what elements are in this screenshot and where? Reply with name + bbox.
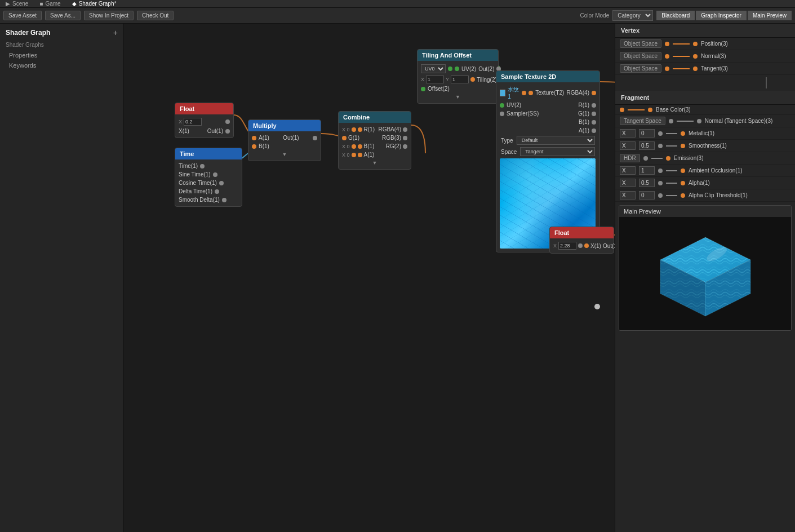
time-header: Time xyxy=(175,148,242,159)
combine-a-port: X 0 A(1) xyxy=(339,150,411,159)
texture-swatch xyxy=(500,90,505,96)
sidebar-add-button[interactable]: + xyxy=(113,28,118,37)
tiling-tiling-dot xyxy=(470,77,475,82)
combine-node: Combine X 0 R(1) RGBA(4) G xyxy=(338,111,411,170)
texture2d-r-dot xyxy=(592,103,596,108)
sidebar-item-properties[interactable]: Properties xyxy=(0,50,123,60)
sidebar-header: Shader Graph + xyxy=(0,24,123,39)
main-preview-panel: Main Preview xyxy=(619,205,792,331)
fragment-alpha-x-input[interactable] xyxy=(620,179,636,187)
cube-svg xyxy=(643,220,767,327)
fragment-smoothness-dot xyxy=(658,144,663,148)
tab-shadergraph[interactable]: ◆ Shader Graph* xyxy=(70,1,119,7)
multiply-port-a: A(1) Out(1) xyxy=(248,134,321,142)
save-as-button[interactable]: Save As... xyxy=(45,11,81,20)
float2-body: X X(1) Out(1) xyxy=(550,238,614,253)
vertex-row-normal: Object Space Normal(3) xyxy=(615,50,795,63)
fragment-metallic-x-input[interactable] xyxy=(620,129,636,138)
float1-value-input[interactable] xyxy=(184,118,202,126)
fragment-emission-out-dot xyxy=(666,156,670,161)
fragment-alphaclip-line xyxy=(666,195,677,196)
multiply-port-b: B(1) xyxy=(248,142,321,150)
fragment-metallic-dot xyxy=(658,131,663,136)
fragment-smoothness-x-input[interactable] xyxy=(620,141,636,150)
tiling-uv-dot xyxy=(448,66,452,71)
multiply-header: Multiply xyxy=(248,120,321,131)
combine-body: X 0 R(1) RGBA(4) G(1) RGB(3) xyxy=(339,123,411,169)
tiling-x-input[interactable] xyxy=(426,76,444,83)
float1-input-row: X xyxy=(175,117,233,127)
fragment-alpha-port: Alpha(1) xyxy=(689,180,710,186)
check-out-button[interactable]: Check Out xyxy=(137,11,174,20)
texture2d-a-port: A(1) xyxy=(496,126,599,135)
tab-bar: ▶ Scene ■ Game ◆ Shader Graph* xyxy=(0,0,795,8)
multiply-in-b-dot xyxy=(252,144,256,149)
multiply-body: A(1) Out(1) B(1) ▼ xyxy=(248,131,321,161)
vertex-position-line xyxy=(673,43,690,45)
vertex-fragment-connector xyxy=(766,77,767,88)
texture2d-uv-dot xyxy=(500,103,504,108)
texture2d-texture-label: 水纹1 Texture(T2) RGBA(4) xyxy=(496,85,599,101)
fragment-basecolor-line xyxy=(628,109,645,110)
texture2d-space-select[interactable]: TangentObjectWorld xyxy=(520,147,595,156)
fragment-emission-port: Emission(3) xyxy=(674,155,704,161)
fragment-normal-dot xyxy=(669,119,673,123)
texture2d-texture-dot xyxy=(528,91,533,95)
texture2d-uv-port: UV(2) R(1) xyxy=(496,101,599,109)
texture2d-a-dot xyxy=(592,128,596,133)
fragment-row-emission: HDR Emission(3) xyxy=(615,152,795,165)
fragment-metallic-value-input[interactable] xyxy=(639,129,655,138)
color-mode-select[interactable]: Category Precision xyxy=(612,10,653,21)
tab-game[interactable]: ■ Game xyxy=(37,1,63,7)
fragment-ao-dot xyxy=(658,169,663,173)
fragment-alphaclip-x-input[interactable] xyxy=(620,191,636,200)
main-preview-tab[interactable]: Main Preview xyxy=(748,11,792,20)
shadergraph-icon: ◆ xyxy=(72,1,77,7)
float2-input-row: X X(1) Out(1) xyxy=(550,241,614,251)
float1-out-port: X(1) Out(1) xyxy=(175,127,233,135)
fragment-ao-x-input[interactable] xyxy=(620,166,636,175)
time-dot-1 xyxy=(213,172,217,177)
graph-inspector-tab[interactable]: Graph Inspector xyxy=(696,11,747,20)
main-layout: Shader Graph + Shader Graphs Properties … xyxy=(0,24,795,532)
game-icon: ■ xyxy=(39,1,43,7)
combine-g-port: G(1) RGB(3) xyxy=(339,134,411,142)
toolbar: Save Asset Save As... Show In Project Ch… xyxy=(0,8,795,24)
save-asset-button[interactable]: Save Asset xyxy=(3,11,42,20)
float2-value-input[interactable] xyxy=(558,242,576,250)
canvas-area[interactable]: Float X X(1) Out(1) Time xyxy=(124,24,615,532)
blackboard-tab[interactable]: Blackboard xyxy=(656,11,695,20)
vertex-tangent-line xyxy=(673,68,690,69)
tiling-uv-select[interactable]: UV0UV1 xyxy=(421,64,446,73)
fragment-metallic-out-dot xyxy=(681,131,685,136)
fragment-row-metallic: Metallic(1) xyxy=(615,127,795,140)
vertex-position-line-dot xyxy=(665,42,669,46)
texture2d-type-select[interactable]: DefaultNormal xyxy=(517,136,595,145)
tiling-y-input[interactable] xyxy=(451,76,469,83)
time-body: Time(1) Sine Time(1) Cosine Time(1) Delt… xyxy=(175,159,242,206)
sidebar-title: Shader Graph xyxy=(6,29,50,37)
vertex-position-out-dot xyxy=(693,42,698,46)
texture2d-header: Sample Texture 2D xyxy=(496,71,599,82)
float2-in2-dot xyxy=(584,243,589,248)
tab-scene[interactable]: ▶ Scene xyxy=(3,1,30,7)
fragment-smoothness-value-input[interactable] xyxy=(639,141,655,150)
combine-a-dot xyxy=(358,153,362,157)
vertex-normal-tag: Object Space xyxy=(620,52,661,60)
tiling-offset-dot xyxy=(421,87,425,91)
combine-r-port: X 0 R(1) RGBA(4) xyxy=(339,125,411,134)
fragment-ao-value-input[interactable] xyxy=(639,166,655,175)
tiling-header: Tiling And Offset xyxy=(418,50,498,61)
fragment-smoothness-line xyxy=(666,145,677,147)
fragment-alpha-value-input[interactable] xyxy=(639,179,655,187)
fragment-row-alpha: Alpha(1) xyxy=(615,177,795,189)
time-port-sine: Sine Time(1) xyxy=(175,170,242,179)
fragment-alphaclip-value-input[interactable] xyxy=(639,191,655,200)
time-port-time: Time(1) xyxy=(175,162,242,170)
show-in-project-button[interactable]: Show In Project xyxy=(84,11,134,20)
combine-r-dot xyxy=(358,127,362,132)
sidebar-item-keywords[interactable]: Keywords xyxy=(0,60,123,70)
vertex-tangent-port: Tangent(3) xyxy=(701,65,728,72)
main-preview-header: Main Preview xyxy=(619,206,791,218)
time-dot-2 xyxy=(219,181,224,185)
